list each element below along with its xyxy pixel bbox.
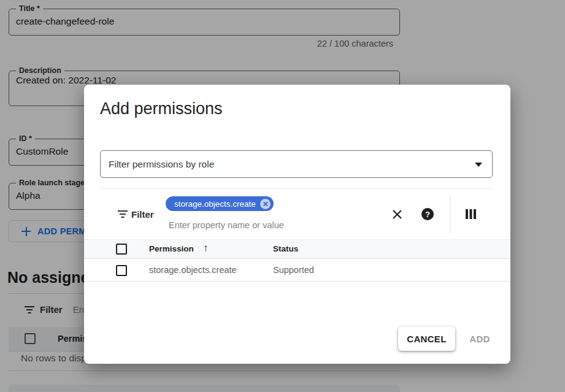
dialog-filter-label: Filter: [131, 209, 154, 220]
divider: [100, 188, 493, 189]
status-column-header[interactable]: Status: [273, 244, 298, 253]
filter-chip-label: storage.objects.create: [174, 199, 256, 209]
filter-icon: [118, 210, 128, 218]
filter-chip[interactable]: storage.objects.create: [166, 196, 274, 211]
permission-column-header[interactable]: Permission: [149, 244, 194, 253]
dialog-table-header: Permission ↑ Status: [84, 239, 510, 259]
row-checkbox[interactable]: [116, 265, 127, 276]
add-button[interactable]: ADD: [458, 326, 501, 351]
cancel-button[interactable]: CANCEL: [398, 326, 455, 351]
dialog-title: Add permissions: [100, 99, 223, 118]
column-display-options-button[interactable]: [463, 206, 479, 222]
table-row[interactable]: storage.objects.create Supported: [84, 259, 510, 282]
status-cell: Supported: [273, 265, 314, 275]
role-select-placeholder: Filter permissions by role: [109, 159, 214, 170]
screen: Title * create-changefeed-role 22 / 100 …: [0, 0, 565, 392]
help-icon: ?: [421, 208, 434, 220]
clear-filters-button[interactable]: [389, 206, 405, 222]
add-permissions-dialog: Add permissions Filter permissions by ro…: [84, 85, 510, 364]
help-button[interactable]: ?: [420, 206, 436, 222]
columns-icon: [466, 209, 477, 220]
permission-cell: storage.objects.create: [149, 265, 237, 275]
chevron-down-icon: [475, 163, 482, 167]
close-icon: [391, 209, 403, 220]
sort-ascending-icon[interactable]: ↑: [203, 242, 209, 255]
chip-remove-icon[interactable]: [260, 199, 271, 209]
dialog-filter-input[interactable]: Enter property name or value: [169, 220, 284, 230]
toolbar-divider: [450, 195, 450, 233]
filter-permissions-by-role-select[interactable]: Filter permissions by role: [100, 150, 493, 178]
select-all-checkbox[interactable]: [116, 244, 127, 255]
